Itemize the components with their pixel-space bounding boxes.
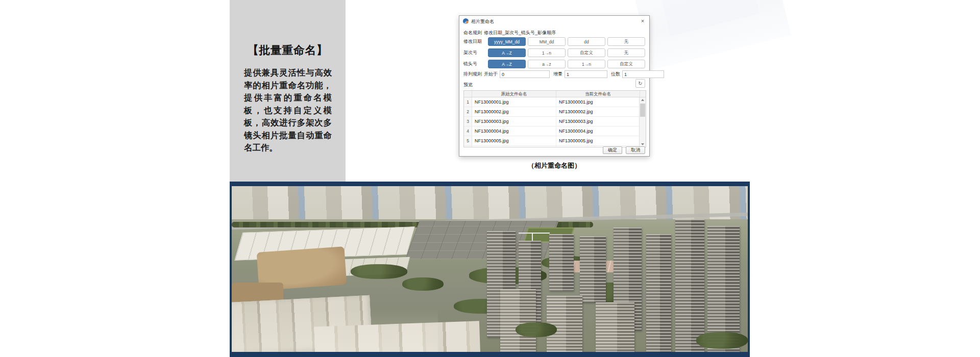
original-name-cell: NF13000003.jpg xyxy=(472,117,556,126)
option-row-lens: 镜头号 A→Z a→z 1→n 自定义 xyxy=(463,60,645,68)
feature-description: 提供兼具灵活性与高效率的相片重命名功能，提供丰富的重命名模板，也支持自定义模板，… xyxy=(244,66,332,154)
photo-art-shape xyxy=(675,219,704,352)
increment-label: 增量 xyxy=(553,71,562,78)
current-name-cell: NF13000003.jpg xyxy=(556,117,640,126)
date-format-button[interactable]: 无 xyxy=(607,37,645,46)
dialog-titlebar: 相片重命名 × xyxy=(459,16,649,26)
naming-rule-label: 命名规则 xyxy=(463,30,482,35)
photo-frame xyxy=(230,182,750,357)
row-label: 架次号 xyxy=(463,49,488,56)
dialog-title: 相片重命名 xyxy=(471,18,494,25)
photo-art-shape xyxy=(547,296,583,352)
row-index: 6 xyxy=(464,146,472,147)
row-label: 镜头号 xyxy=(463,61,488,67)
cancel-button[interactable]: 取消 xyxy=(626,146,645,154)
start-input[interactable] xyxy=(500,70,550,78)
naming-rule-value: 修改日期_架次号_镜头号_影像顺序 xyxy=(484,30,556,35)
aerial-city-photo xyxy=(232,186,748,352)
feature-title: 【批量重命名】 xyxy=(230,43,346,58)
original-name-cell: NF13000004.jpg xyxy=(472,126,556,136)
original-name-cell: NF13000006.jpg xyxy=(472,146,556,147)
lens-format-button[interactable]: 自定义 xyxy=(607,60,645,68)
table-row[interactable]: 2 NF13000002.jpg NF13000002.jpg xyxy=(464,107,646,117)
sortie-format-button[interactable]: 1→n xyxy=(528,48,566,57)
row-index: 3 xyxy=(464,117,472,126)
preview-table: 原始文件命名 当前文件命名 1 NF13000001.jpg NF1300000… xyxy=(463,90,646,147)
option-row-sortie: 架次号 A→Z 1→n 自定义 无 xyxy=(463,48,645,57)
photo-art-shape xyxy=(402,277,444,291)
option-row-date: 修改日期 yyyy_MM_dd MM_dd dd 无 xyxy=(463,37,645,46)
ok-button[interactable]: 确定 xyxy=(603,146,622,154)
start-label: 开始于 xyxy=(484,71,498,78)
photo-art-shape xyxy=(232,309,438,352)
refresh-icon[interactable]: ↻ xyxy=(635,79,645,88)
photo-art-shape xyxy=(549,234,574,291)
page: 【批量重命名】 提供兼具灵活性与高效率的相片重命名功能，提供丰富的重命名模板，也… xyxy=(0,0,980,357)
date-format-button[interactable]: MM_dd xyxy=(528,37,566,46)
arrange-label: 排列规则 xyxy=(463,71,482,78)
current-name-cell: NF13000001.jpg xyxy=(556,97,640,107)
current-name-cell: NF13000004.jpg xyxy=(556,126,640,136)
photo-art-shape xyxy=(580,236,606,302)
feature-panel: 【批量重命名】 提供兼具灵活性与高效率的相片重命名功能，提供丰富的重命名模板，也… xyxy=(230,0,346,182)
photo-rename-dialog: 相片重命名 × 命名规则修改日期_架次号_镜头号_影像顺序 修改日期 yyyy_… xyxy=(459,15,650,157)
photo-art-shape xyxy=(500,289,536,352)
original-name-header: 原始文件命名 xyxy=(472,91,556,97)
row-index: 2 xyxy=(464,107,472,116)
current-name-cell: NF13000002.jpg xyxy=(556,107,640,116)
increment-input[interactable] xyxy=(565,70,607,78)
photo-art-shape xyxy=(519,233,550,234)
arrange-rule-row: 排列规则 开始于 增量 位数 xyxy=(463,70,645,78)
date-format-button[interactable]: dd xyxy=(568,37,605,46)
original-name-cell: NF13000001.jpg xyxy=(472,97,556,107)
row-index: 4 xyxy=(464,126,472,136)
current-name-cell: NF13000005.jpg xyxy=(556,136,640,145)
table-row[interactable]: 3 NF13000003.jpg NF13000003.jpg xyxy=(464,117,646,126)
sortie-format-button[interactable]: 无 xyxy=(607,48,645,57)
scrollbar-thumb[interactable] xyxy=(640,104,645,117)
naming-rule: 命名规则修改日期_架次号_镜头号_影像顺序 xyxy=(463,30,556,36)
table-row[interactable]: 4 NF13000004.jpg NF13000004.jpg xyxy=(464,126,646,136)
date-format-button[interactable]: yyyy_MM_dd xyxy=(488,37,526,46)
preview-label: 预览 xyxy=(463,82,473,88)
lens-format-button[interactable]: A→Z xyxy=(488,60,526,68)
digits-label: 位数 xyxy=(611,71,620,78)
original-name-cell: NF13000002.jpg xyxy=(472,107,556,116)
digits-input[interactable] xyxy=(622,70,664,78)
table-row[interactable]: 5 NF13000005.jpg NF13000005.jpg xyxy=(464,136,646,146)
app-icon xyxy=(463,18,469,24)
lens-format-button[interactable]: a→z xyxy=(528,60,566,68)
row-index: 5 xyxy=(464,136,472,145)
original-name-cell: NF13000005.jpg xyxy=(472,136,556,145)
figure-caption: （相片重命名图） xyxy=(459,161,650,170)
sortie-format-button[interactable]: A→Z xyxy=(488,48,526,57)
current-name-header: 当前文件命名 xyxy=(556,91,640,97)
row-index: 1 xyxy=(464,97,472,107)
photo-art-shape xyxy=(696,332,748,349)
photo-art-shape xyxy=(596,302,634,352)
photo-art-shape xyxy=(516,322,557,337)
row-label: 修改日期 xyxy=(463,38,488,45)
photo-art-shape xyxy=(646,234,672,352)
table-scrollbar[interactable] xyxy=(639,97,646,147)
photo-art-shape xyxy=(351,264,407,279)
table-header: 原始文件命名 当前文件命名 xyxy=(464,91,646,97)
index-column-header xyxy=(464,91,472,97)
scroll-up-icon[interactable] xyxy=(640,97,646,103)
lens-format-button[interactable]: 1→n xyxy=(568,60,605,68)
close-icon[interactable]: × xyxy=(639,17,647,24)
sortie-format-button[interactable]: 自定义 xyxy=(568,48,605,57)
dialog-footer: 确定 取消 xyxy=(603,146,645,154)
table-row[interactable]: 1 NF13000001.jpg NF13000001.jpg xyxy=(464,97,646,107)
